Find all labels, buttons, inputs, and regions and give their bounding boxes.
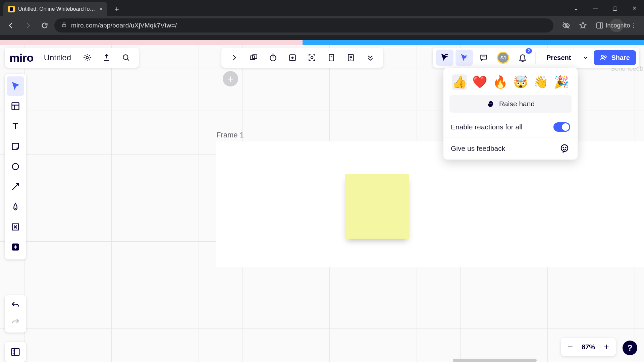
frames-list-button[interactable] (244, 50, 263, 66)
connection-line-tool[interactable] (7, 177, 24, 196)
chevron-double-down-icon (366, 53, 375, 62)
user-avatar[interactable]: SJ (494, 50, 512, 66)
address-bar: miro.com/app/board/uXjVMqk7Vtw=/ Incogni… (0, 16, 644, 35)
people-icon (600, 54, 608, 62)
reload-button[interactable] (38, 18, 52, 33)
help-button[interactable]: ? (623, 341, 637, 355)
frames-panel-button[interactable] (5, 342, 26, 362)
svg-point-19 (12, 164, 19, 170)
frame-1[interactable] (216, 141, 644, 267)
frame-tool[interactable] (7, 217, 24, 237)
miro-logo[interactable]: miro (9, 51, 36, 64)
plus-square-icon (11, 242, 20, 252)
svg-point-7 (270, 55, 276, 61)
share-button[interactable]: Share (594, 50, 636, 65)
feedback-row[interactable]: Give us feedback (443, 137, 578, 160)
estimation-button[interactable] (322, 50, 341, 66)
back-button[interactable] (4, 18, 18, 33)
new-tab-button[interactable]: ＋ (111, 3, 123, 15)
svg-point-10 (311, 57, 313, 59)
notifications-button[interactable]: 2 (514, 50, 531, 66)
zoom-out-button[interactable]: − (566, 342, 575, 352)
board-title[interactable]: Untitled (39, 52, 76, 64)
enable-reactions-label: Enable reactions for all (451, 123, 523, 131)
text-tool[interactable] (7, 117, 24, 136)
text-icon (11, 122, 20, 131)
search-icon (122, 53, 130, 62)
frame-label[interactable]: Frame 1 (216, 131, 244, 139)
svg-point-16 (563, 147, 564, 148)
frames-icon (249, 53, 258, 62)
reaction-fire[interactable]: 🔥 (493, 74, 508, 90)
app-top-accent (0, 40, 644, 45)
voting-button[interactable] (283, 50, 302, 66)
eye-off-icon[interactable] (559, 19, 573, 32)
maximize-icon[interactable]: ▢ (605, 0, 625, 16)
incognito-indicator[interactable]: Incognito (610, 19, 623, 32)
reaction-wave[interactable]: 👋 (533, 74, 549, 90)
export-button[interactable] (99, 50, 115, 66)
undo-button[interactable] (7, 297, 24, 314)
forward-button[interactable] (21, 18, 35, 33)
more-apps-button[interactable] (361, 50, 380, 66)
arrow-icon (11, 182, 20, 191)
redo-icon (11, 317, 20, 327)
share-label: Share (611, 54, 630, 62)
attention-button[interactable] (303, 50, 321, 66)
side-panel-icon[interactable] (593, 19, 606, 32)
add-frame-button[interactable]: ＋ (223, 71, 238, 86)
bookmark-star-icon[interactable] (576, 19, 590, 32)
sticky-note[interactable] (345, 174, 409, 239)
zoom-in-button[interactable]: + (602, 342, 611, 352)
left-toolbar (5, 74, 26, 259)
svg-rect-2 (597, 23, 603, 28)
browser-tab[interactable]: Untitled, Online Whiteboard for V × (3, 2, 107, 16)
reaction-mind-blown[interactable]: 🤯 (513, 74, 528, 90)
collapse-toolbar-button[interactable] (225, 50, 244, 66)
svg-point-4 (123, 55, 128, 59)
browser-menu-icon[interactable]: ⋮ (627, 19, 640, 32)
search-button[interactable] (118, 50, 134, 66)
zoom-value[interactable]: 87% (582, 343, 595, 351)
reaction-thumbs-up[interactable]: 👍 (452, 74, 467, 90)
window-controls: ⌄ ― ▢ ✕ (566, 0, 644, 16)
shape-tool[interactable] (7, 157, 24, 176)
timer-button[interactable] (264, 50, 282, 66)
pen-tool[interactable] (7, 197, 24, 217)
reaction-heart[interactable]: ❤️ (472, 74, 488, 90)
settings-button[interactable] (79, 50, 95, 66)
focus-icon (308, 53, 316, 62)
reaction-party[interactable]: 🎉 (554, 74, 569, 90)
note-button[interactable] (341, 50, 360, 66)
sticky-note-tool[interactable] (7, 137, 24, 156)
comment-icon (479, 53, 488, 62)
raise-hand-button[interactable]: Raise hand (449, 95, 572, 113)
select-tool[interactable] (7, 76, 24, 96)
svg-point-15 (561, 145, 568, 152)
tab-search-icon[interactable]: ⌄ (566, 0, 586, 16)
minimize-icon[interactable]: ― (586, 0, 605, 16)
notification-badge: 2 (526, 48, 532, 54)
cursor-icon (11, 81, 20, 91)
svg-point-14 (605, 56, 606, 57)
enable-reactions-toggle[interactable] (553, 122, 570, 132)
help-label: ? (628, 343, 633, 353)
avatar-initials: SJ (497, 52, 509, 64)
url-input[interactable]: miro.com/app/board/uXjVMqk7Vtw=/ (54, 18, 553, 33)
horizontal-scrollbar[interactable] (453, 359, 537, 362)
present-dropdown[interactable] (580, 50, 592, 65)
templates-tool[interactable] (7, 97, 24, 116)
hide-collaborators-button[interactable] (436, 50, 453, 66)
chevron-down-icon (583, 55, 589, 61)
present-button[interactable]: Present (540, 50, 578, 65)
comments-button[interactable] (475, 50, 492, 66)
close-window-icon[interactable]: ✕ (625, 0, 644, 16)
reactions-button[interactable] (455, 50, 473, 66)
more-tools-button[interactable] (7, 237, 24, 257)
redo-button[interactable] (7, 314, 24, 330)
history-panel (5, 295, 26, 333)
close-tab-icon[interactable]: × (99, 6, 103, 13)
frame-crop-icon (11, 222, 20, 232)
feedback-label: Give us feedback (451, 144, 505, 153)
circle-icon (11, 162, 20, 171)
